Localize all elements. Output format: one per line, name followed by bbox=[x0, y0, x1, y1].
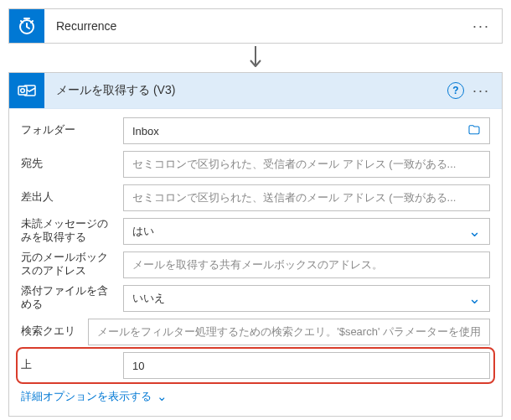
clock-icon bbox=[9, 9, 44, 43]
help-icon[interactable]: ? bbox=[447, 82, 464, 99]
to-placeholder: セミコロンで区切られた、受信者のメール アドレス (一致がある... bbox=[132, 157, 481, 172]
unread-row: 未読メッセージのみを取得する はい ⌄ bbox=[21, 218, 490, 245]
search-query-row: 検索クエリ メールをフィルター処理するための検索クエリ。'$search' パラ… bbox=[21, 319, 490, 345]
get-emails-title: メールを取得する (V3) bbox=[44, 73, 437, 108]
show-advanced-options-label: 詳細オプションを表示する bbox=[21, 389, 152, 404]
svg-rect-3 bbox=[18, 86, 27, 95]
show-advanced-options-link[interactable]: 詳細オプションを表示する ⌄ bbox=[21, 389, 168, 404]
from-row: 差出人 セミコロンで区切られた、送信者のメール アドレス (一致がある... bbox=[21, 184, 490, 211]
unread-label: 未読メッセージのみを取得する bbox=[21, 218, 123, 244]
top-row-highlighted: 上 10 bbox=[19, 350, 492, 381]
include-attachments-row: 添付ファイルを含める いいえ ⌄ bbox=[21, 285, 490, 312]
ellipsis-icon[interactable]: ··· bbox=[471, 15, 492, 37]
from-input[interactable]: セミコロンで区切られた、送信者のメール アドレス (一致がある... bbox=[123, 184, 490, 211]
chevron-down-icon: ⌄ bbox=[468, 224, 481, 239]
unread-select[interactable]: はい ⌄ bbox=[123, 218, 490, 245]
get-emails-header[interactable]: メールを取得する (V3) ? ··· bbox=[9, 73, 502, 108]
from-label: 差出人 bbox=[21, 191, 123, 205]
shared-mailbox-placeholder: メールを取得する共有メールボックスのアドレス。 bbox=[132, 257, 481, 272]
folder-row: フォルダー Inbox bbox=[21, 117, 490, 144]
to-input[interactable]: セミコロンで区切られた、受信者のメール アドレス (一致がある... bbox=[123, 151, 490, 178]
from-placeholder: セミコロンで区切られた、送信者のメール アドレス (一致がある... bbox=[132, 190, 481, 205]
ellipsis-icon[interactable]: ··· bbox=[471, 80, 492, 101]
top-label: 上 bbox=[21, 359, 123, 372]
include-attachments-value: いいえ bbox=[132, 291, 462, 306]
include-attachments-label: 添付ファイルを含める bbox=[21, 285, 123, 311]
shared-mailbox-row: 元のメールボックスのアドレス メールを取得する共有メールボックスのアドレス。 bbox=[21, 251, 490, 278]
include-attachments-select[interactable]: いいえ ⌄ bbox=[123, 285, 490, 312]
outlook-icon bbox=[9, 73, 44, 108]
to-row: 宛先 セミコロンで区切られた、受信者のメール アドレス (一致がある... bbox=[21, 151, 490, 178]
get-emails-body: フォルダー Inbox 宛先 セミコロンで区切られた、受信者のメール アドレス … bbox=[9, 108, 502, 416]
recurrence-card: Recurrence ··· bbox=[8, 8, 503, 44]
folder-picker-icon[interactable] bbox=[467, 123, 481, 139]
top-input[interactable]: 10 bbox=[123, 352, 490, 379]
shared-mailbox-input[interactable]: メールを取得する共有メールボックスのアドレス。 bbox=[123, 251, 490, 278]
chevron-down-icon: ⌄ bbox=[468, 291, 481, 306]
top-value: 10 bbox=[132, 360, 481, 372]
shared-mailbox-label: 元のメールボックスのアドレス bbox=[21, 251, 123, 277]
folder-input[interactable]: Inbox bbox=[123, 117, 490, 144]
folder-label: フォルダー bbox=[21, 124, 123, 137]
top-row: 上 10 bbox=[21, 352, 490, 379]
recurrence-header[interactable]: Recurrence ··· bbox=[9, 9, 502, 43]
unread-value: はい bbox=[132, 224, 462, 239]
folder-value: Inbox bbox=[132, 125, 461, 137]
search-query-label: 検索クエリ bbox=[21, 325, 88, 339]
search-query-placeholder: メールをフィルター処理するための検索クエリ。'$search' パラメーターを使… bbox=[97, 324, 481, 340]
flow-arrow-icon bbox=[8, 44, 503, 72]
chevron-down-icon: ⌄ bbox=[157, 389, 168, 404]
search-query-input[interactable]: メールをフィルター処理するための検索クエリ。'$search' パラメーターを使… bbox=[88, 319, 490, 345]
recurrence-title: Recurrence bbox=[44, 9, 461, 43]
to-label: 宛先 bbox=[21, 158, 123, 171]
get-emails-card: メールを取得する (V3) ? ··· フォルダー Inbox 宛先 セミコロ bbox=[8, 72, 503, 417]
